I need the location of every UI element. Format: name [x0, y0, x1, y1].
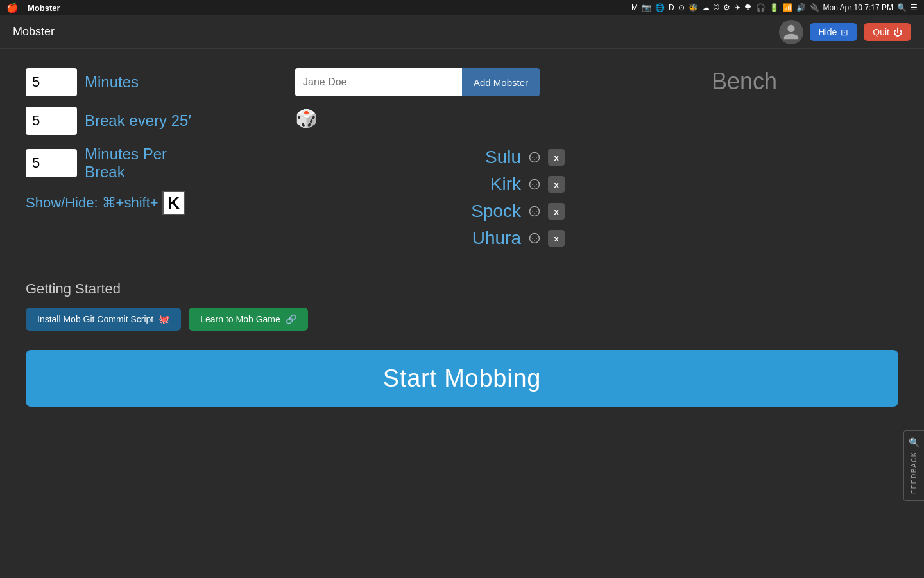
svg-point-3 — [530, 234, 540, 243]
camera-icon: 📷 — [642, 3, 651, 12]
mobster-item-uhura: Uhura x — [295, 228, 565, 249]
github-icon: 🐙 — [158, 314, 169, 324]
start-mobbing-section: Start Mobbing — [0, 350, 924, 407]
bee-icon: 🐝 — [689, 3, 698, 12]
titlebar-buttons: Hide ⊡ Quit ⏻ — [779, 20, 911, 44]
battery-icon: 🔋 — [769, 3, 779, 12]
menubar-right: M 📷 🌐 D ⊙ 🐝 ☁ © ⚙ ✈ 🌩 🎧 🔋 📶 🔊 🔌 Mon Apr … — [631, 3, 918, 12]
feedback-icon: 🔍 — [909, 437, 920, 448]
shortcut-label: Show/Hide: ⌘+shift+ — [26, 195, 158, 211]
add-mobster-row: Add Mobster — [295, 68, 565, 96]
quit-icon: ⏻ — [893, 27, 902, 37]
learn-label: Learn to Mob Game — [200, 314, 280, 324]
minutes-setting-row: Minutes — [26, 68, 270, 96]
mobster-settings-sulu[interactable] — [526, 149, 543, 166]
plane-icon: ✈ — [734, 3, 740, 12]
mobster-remove-sulu[interactable]: x — [548, 149, 565, 166]
break-every-input[interactable] — [26, 107, 77, 135]
shortcut-key: K — [162, 191, 185, 215]
main-content: Minutes Break every 25′ Minutes PerBreak… — [0, 49, 924, 274]
list-icon: ☰ — [911, 3, 918, 12]
feedback-label: FEEDBACK — [911, 451, 918, 494]
feedback-tab[interactable]: 🔍 FEEDBACK — [903, 430, 924, 501]
plug-icon: 🔌 — [810, 3, 819, 12]
lock-icon: ⊙ — [678, 3, 685, 12]
mobster-settings-spock[interactable] — [526, 203, 543, 220]
mobster-remove-uhura[interactable]: x — [548, 230, 565, 247]
minutes-label: Minutes — [85, 73, 139, 91]
getting-started-title: Getting Started — [26, 281, 898, 297]
mobster-item-kirk: Kirk x — [295, 174, 565, 195]
mobster-name-kirk: Kirk — [457, 174, 521, 195]
start-mobbing-button[interactable]: Start Mobbing — [26, 350, 898, 407]
settings-menu-icon: ⚙ — [723, 3, 730, 12]
c-icon: © — [714, 3, 719, 12]
volume-icon: 🔊 — [796, 3, 806, 12]
dice-icon[interactable]: 🎲 — [295, 108, 318, 129]
mobster-settings-kirk[interactable] — [526, 176, 543, 193]
quit-button[interactable]: Quit ⏻ — [864, 23, 911, 41]
svg-point-2 — [530, 207, 540, 216]
mobster-settings-uhura[interactable] — [526, 230, 543, 247]
shortcut-row: Show/Hide: ⌘+shift+ K — [26, 191, 270, 215]
mobster-remove-spock[interactable]: x — [548, 203, 565, 220]
mail-icon: M — [631, 3, 638, 12]
bench-title: Bench — [712, 68, 777, 94]
external-link-icon: 🔗 — [286, 314, 296, 324]
getting-started-section: Getting Started Install Mob Git Commit S… — [0, 281, 924, 331]
menubar-left: 🍎 Mobster — [6, 2, 60, 13]
menubar-app-name: Mobster — [28, 3, 60, 13]
mobster-name-spock: Spock — [457, 201, 521, 222]
svg-point-1 — [530, 180, 540, 189]
minutes-input[interactable] — [26, 68, 77, 96]
menubar: 🍎 Mobster M 📷 🌐 D ⊙ 🐝 ☁ © ⚙ ✈ 🌩 🎧 🔋 📶 🔊 … — [0, 0, 924, 15]
avatar — [779, 20, 803, 44]
hide-label: Hide — [819, 27, 837, 37]
app-title: Mobster — [13, 25, 55, 39]
add-mobster-button[interactable]: Add Mobster — [462, 68, 540, 96]
mobster-name-sulu: Sulu — [457, 147, 521, 168]
break-every-label: Break every 25′ — [85, 112, 191, 130]
web-icon: 🌐 — [655, 3, 665, 12]
install-mob-git-button[interactable]: Install Mob Git Commit Script 🐙 — [26, 308, 181, 331]
mobster-name-input[interactable] — [295, 68, 462, 96]
d-icon: D — [669, 3, 674, 12]
cloud-icon: ☁ — [702, 3, 710, 12]
break-every-setting-row: Break every 25′ — [26, 107, 270, 135]
search-menubar-icon[interactable]: 🔍 — [897, 3, 907, 12]
mobster-list: Sulu x Kirk x Spock x — [295, 147, 565, 249]
storm-icon: 🌩 — [744, 3, 752, 12]
wifi-icon: 📶 — [783, 3, 792, 12]
quit-label: Quit — [873, 27, 889, 37]
minutes-per-break-setting-row: Minutes PerBreak — [26, 145, 270, 180]
install-label: Install Mob Git Commit Script — [37, 314, 153, 324]
right-panel: Bench — [590, 68, 898, 255]
svg-point-0 — [530, 153, 540, 162]
mobster-item-spock: Spock x — [295, 201, 565, 222]
minutes-per-break-label: Minutes PerBreak — [85, 145, 167, 180]
center-panel: Add Mobster 🎲 Sulu x Kirk x — [295, 68, 565, 255]
learn-mob-game-button[interactable]: Learn to Mob Game 🔗 — [189, 308, 308, 331]
menubar-time: Mon Apr 10 7:17 PM — [823, 3, 893, 12]
hide-button[interactable]: Hide ⊡ — [810, 23, 858, 41]
minutes-per-break-input[interactable] — [26, 149, 77, 177]
mobster-name-uhura: Uhura — [457, 228, 521, 249]
mobster-item-sulu: Sulu x — [295, 147, 565, 168]
apple-icon: 🍎 — [6, 2, 19, 13]
mobster-remove-kirk[interactable]: x — [548, 176, 565, 193]
getting-started-buttons: Install Mob Git Commit Script 🐙 Learn to… — [26, 308, 898, 331]
headphone-icon: 🎧 — [756, 3, 766, 12]
left-panel: Minutes Break every 25′ Minutes PerBreak… — [26, 68, 270, 255]
hide-icon: ⊡ — [841, 27, 848, 37]
titlebar: Mobster Hide ⊡ Quit ⏻ — [0, 15, 924, 49]
